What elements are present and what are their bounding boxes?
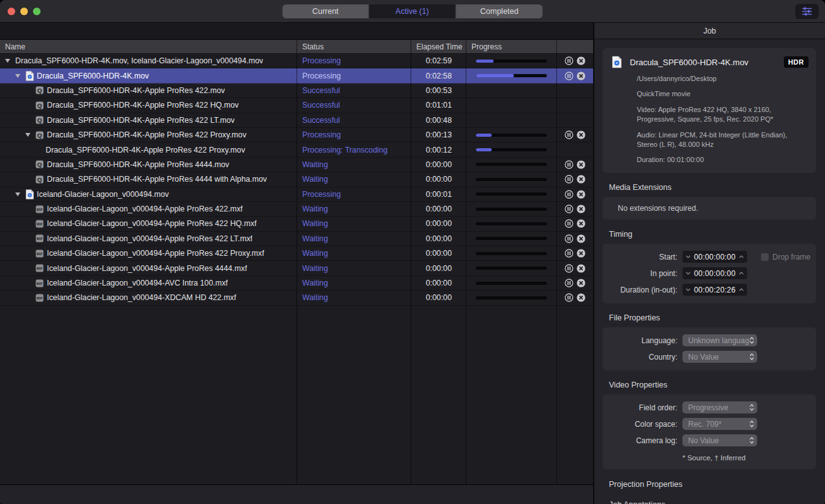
- cancel-button[interactable]: [577, 175, 585, 184]
- row-name-label: Dracula_SPF6000-HDR-4K-Apple ProRes 422.…: [47, 86, 225, 95]
- inspector-toggle-button[interactable]: [795, 4, 819, 19]
- pause-button[interactable]: [565, 72, 573, 80]
- camera-log-dropdown[interactable]: No Value: [682, 434, 757, 446]
- cancel-button[interactable]: [577, 249, 585, 258]
- media-extensions-heading: Media Extensions: [609, 183, 816, 192]
- cancel-button[interactable]: [577, 279, 585, 287]
- table-row[interactable]: MXFIceland-Glacier-Lagoon_v000494-Apple …: [0, 217, 593, 231]
- table-row[interactable]: Dracula_SPF6000-HDR-4K-Apple ProRes 422 …: [0, 142, 593, 157]
- table-row[interactable]: MXFIceland-Glacier-Lagoon_v000494-Apple …: [0, 232, 593, 246]
- table-row[interactable]: QDracula_SPF6000-HDR-4K-Apple ProRes 422…: [0, 98, 593, 113]
- pause-button[interactable]: [565, 56, 573, 65]
- svg-text:Q: Q: [37, 102, 42, 109]
- field-order-dropdown[interactable]: Progressive: [682, 401, 757, 413]
- svg-text:Q: Q: [37, 161, 42, 168]
- cancel-icon: [577, 219, 585, 228]
- sliders-icon: [802, 7, 812, 16]
- country-dropdown[interactable]: No Value: [682, 351, 757, 363]
- pause-button[interactable]: [565, 234, 573, 243]
- cancel-button[interactable]: [577, 190, 585, 199]
- close-window-button[interactable]: [8, 8, 15, 15]
- table-row[interactable]: QDracula_SPF6000-HDR-4K-Apple ProRes 444…: [0, 172, 593, 187]
- inspector-pane: Job Dracula_SPF6000-HDR-4K.mov: [594, 23, 825, 504]
- row-elapsed-time: 0:00:00: [411, 175, 466, 184]
- quicktime-file-icon: Q: [35, 116, 44, 124]
- row-elapsed-time: 0:00:00: [411, 279, 466, 287]
- cancel-button[interactable]: [577, 219, 585, 228]
- pause-button[interactable]: [565, 205, 573, 213]
- pause-button[interactable]: [565, 130, 573, 139]
- pause-button[interactable]: [565, 293, 573, 302]
- mxf-file-icon: MXF: [35, 294, 44, 302]
- timing-heading: Timing: [609, 230, 816, 239]
- disclosure-triangle-icon[interactable]: [15, 192, 20, 196]
- job-annotations-heading[interactable]: Job Annotations: [609, 500, 816, 504]
- color-space-dropdown[interactable]: Rec. 709*: [682, 418, 757, 430]
- language-dropdown[interactable]: Unknown language: [682, 334, 757, 346]
- chevron-down-icon[interactable]: [686, 255, 691, 258]
- chevron-up-icon[interactable]: [739, 255, 744, 258]
- chevron-down-icon[interactable]: [686, 288, 691, 291]
- cancel-button[interactable]: [577, 72, 585, 80]
- chevron-down-icon[interactable]: [686, 272, 691, 275]
- column-header-name[interactable]: Name: [0, 42, 297, 51]
- chevron-up-icon[interactable]: [739, 272, 744, 275]
- progress-bar: [476, 74, 547, 77]
- row-elapsed-time: 0:02:59: [411, 56, 466, 65]
- pause-button[interactable]: [565, 175, 573, 184]
- table-row[interactable]: MXFIceland-Glacier-Lagoon_v000494-Apple …: [0, 246, 593, 261]
- pause-icon: [565, 219, 573, 228]
- column-header-progress[interactable]: Progress: [466, 42, 557, 51]
- disclosure-triangle-icon[interactable]: [25, 133, 30, 137]
- row-name-label: Dracula_SPF6000-HDR-4K-Apple ProRes 4444…: [47, 175, 267, 184]
- table-row[interactable]: MXFIceland-Glacier-Lagoon_v000494-AVC In…: [0, 276, 593, 291]
- batch-footer-strip: [0, 484, 593, 504]
- minimize-window-button[interactable]: [20, 8, 28, 15]
- pause-button[interactable]: [565, 279, 573, 287]
- projection-properties-heading[interactable]: Projection Properties: [609, 480, 816, 490]
- table-row[interactable]: MXFIceland-Glacier-Lagoon_v000494-Apple …: [0, 261, 593, 275]
- pause-button[interactable]: [565, 249, 573, 258]
- row-elapsed-time: 0:00:00: [411, 234, 466, 243]
- column-header-elapsed-time[interactable]: Elapsed Time: [411, 42, 466, 51]
- cancel-button[interactable]: [577, 205, 585, 213]
- pause-button[interactable]: [565, 160, 573, 169]
- table-row[interactable]: QDracula_SPF6000-HDR-4K-Apple ProRes 422…: [0, 84, 593, 98]
- disclosure-triangle-icon[interactable]: [15, 74, 20, 78]
- table-row[interactable]: QDracula_SPF6000-HDR-4K-Apple ProRes 444…: [0, 158, 593, 172]
- table-row[interactable]: MXFIceland-Glacier-Lagoon_v000494-Apple …: [0, 202, 593, 217]
- mxf-file-icon: MXF: [35, 264, 44, 272]
- cancel-button[interactable]: [577, 293, 585, 302]
- cancel-button[interactable]: [577, 130, 585, 139]
- duration-timecode-field[interactable]: 00:00:20:26: [682, 284, 747, 296]
- inspector-scroll[interactable]: Dracula_SPF6000-HDR-4K.mov HDR /Users/da…: [594, 39, 825, 504]
- table-row[interactable]: MXFIceland-Glacier-Lagoon_v000494-XDCAM …: [0, 291, 593, 305]
- cancel-button[interactable]: [577, 56, 585, 65]
- pause-icon: [565, 175, 573, 184]
- zoom-window-button[interactable]: [33, 8, 41, 15]
- tab-current[interactable]: Current: [283, 4, 369, 18]
- cancel-button[interactable]: [577, 160, 585, 169]
- column-header-status[interactable]: Status: [297, 42, 411, 51]
- table-row[interactable]: Dracula_SPF6000-HDR-4K.movProcessing0:02…: [0, 68, 593, 83]
- tab-completed[interactable]: Completed: [456, 4, 543, 18]
- chevron-up-icon[interactable]: [739, 288, 744, 291]
- table-row[interactable]: QDracula_SPF6000-HDR-4K-Apple ProRes 422…: [0, 113, 593, 128]
- drop-frame-checkbox[interactable]: [761, 253, 769, 261]
- start-timecode-field[interactable]: 00:00:00:00: [682, 251, 747, 263]
- table-row[interactable]: Iceland-Glacier-Lagoon_v000494.movProces…: [0, 187, 593, 202]
- in-point-timecode-field[interactable]: 00:00:00:00: [682, 267, 747, 279]
- cancel-button[interactable]: [577, 264, 585, 273]
- tab-active[interactable]: Active (1): [369, 4, 456, 18]
- pause-button[interactable]: [565, 219, 573, 228]
- disclosure-triangle-icon[interactable]: [5, 59, 10, 63]
- quicktime-file-icon: Q: [35, 131, 44, 139]
- job-file-name: Dracula_SPF6000-HDR-4K.mov: [630, 58, 784, 67]
- table-row[interactable]: Dracula_SPF6000-HDR-4K.mov, Iceland-Glac…: [0, 54, 593, 68]
- pause-button[interactable]: [565, 264, 573, 273]
- cancel-button[interactable]: [577, 234, 585, 243]
- table-row[interactable]: QDracula_SPF6000-HDR-4K-Apple ProRes 422…: [0, 128, 593, 142]
- pause-button[interactable]: [565, 190, 573, 199]
- svg-text:MXF: MXF: [37, 282, 43, 285]
- row-elapsed-time: 0:00:01: [411, 190, 466, 199]
